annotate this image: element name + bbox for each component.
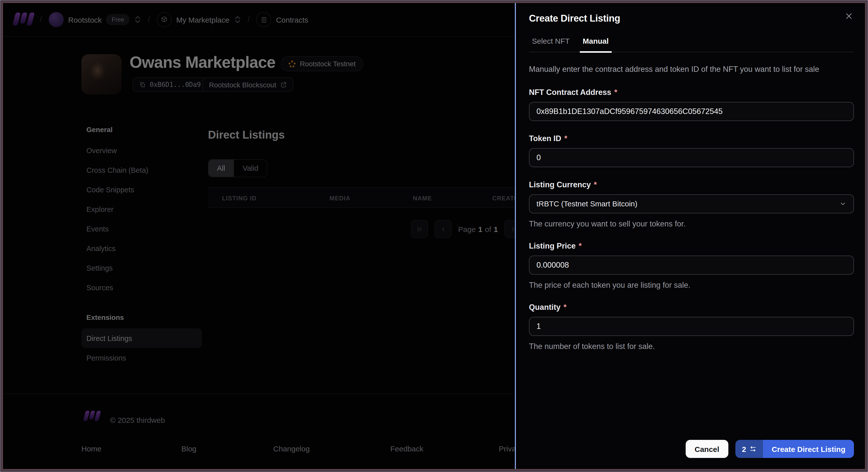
listing-price-label: Listing Price* [529, 241, 854, 250]
cancel-button[interactable]: Cancel [685, 440, 728, 458]
token-id-label: Token ID* [529, 134, 854, 143]
quantity-label: Quantity* [529, 303, 854, 312]
close-button[interactable] [844, 11, 854, 21]
close-icon [845, 12, 853, 20]
create-direct-listing-drawer: Create Direct Listing Select NFT Manual … [515, 3, 865, 469]
quantity-helper-text: The number of tokens to list for sale. [529, 342, 854, 351]
field-group-token-id: Token ID* [529, 134, 854, 167]
field-group-contract: NFT Contract Address* [529, 88, 854, 121]
listing-currency-label: Listing Currency* [529, 180, 854, 189]
listing-currency-select[interactable]: tRBTC (Testnet Smart Bitcoin) [529, 194, 854, 213]
field-group-price: Listing Price* The price of each token y… [529, 241, 854, 289]
required-asterisk: * [614, 88, 617, 97]
create-direct-listing-button[interactable]: Create Direct Listing [763, 440, 854, 458]
contract-address-label: NFT Contract Address* [529, 88, 854, 97]
submit-button-group[interactable]: 2 Create Direct Listing [735, 440, 854, 458]
drawer-title: Create Direct Listing [529, 13, 620, 24]
required-asterisk: * [564, 134, 567, 143]
drawer-description: Manually enter the contract address and … [529, 64, 854, 74]
window-frame: / Rootstock Free / My Marketplace / [1, 1, 867, 471]
transaction-count-badge: 2 [735, 440, 763, 458]
quantity-input[interactable] [529, 317, 854, 336]
swap-arrows-icon [750, 445, 757, 452]
required-asterisk: * [594, 180, 597, 189]
chevron-down-icon [839, 200, 846, 207]
required-asterisk: * [579, 241, 582, 250]
contract-address-input[interactable] [529, 102, 854, 121]
window-frame-outer: / Rootstock Free / My Marketplace / [0, 0, 868, 472]
transaction-count: 2 [742, 445, 746, 453]
tab-select-nft[interactable]: Select NFT [529, 37, 572, 52]
listing-currency-value: tRBTC (Testnet Smart Bitcoin) [536, 199, 638, 208]
price-helper-text: The price of each token you are listing … [529, 280, 854, 289]
drawer-actions: Cancel 2 Create Direct Listing [685, 440, 854, 458]
listing-price-input[interactable] [529, 255, 854, 275]
drawer-tabs: Select NFT Manual [529, 37, 854, 52]
field-group-quantity: Quantity* The number of tokens to list f… [529, 303, 854, 351]
tab-manual[interactable]: Manual [580, 37, 612, 52]
field-group-currency: Listing Currency* tRBTC (Testnet Smart B… [529, 180, 854, 228]
currency-helper-text: The currency you want to sell your token… [529, 219, 854, 228]
screen: / Rootstock Free / My Marketplace / [0, 0, 868, 472]
required-asterisk: * [564, 303, 567, 312]
token-id-input[interactable] [529, 148, 854, 167]
